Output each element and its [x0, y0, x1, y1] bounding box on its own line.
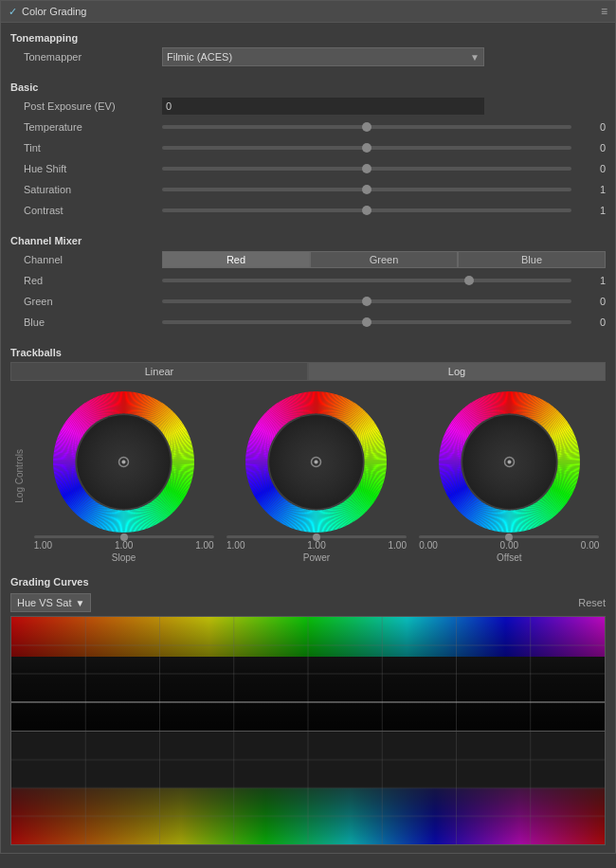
channel-blue-slider-track[interactable]: [162, 320, 571, 324]
channel-green-slider-thumb[interactable]: [362, 297, 371, 306]
trackballs-title: Trackballs: [10, 347, 606, 358]
hue-sat-dropdown-arrow-icon: ▼: [75, 598, 84, 608]
hue-shift-label: Hue Shift: [10, 163, 162, 174]
channel-red-slider-thumb[interactable]: [464, 276, 474, 285]
power-trackball-canvas[interactable]: [243, 389, 390, 535]
hue-shift-row: Hue Shift 0: [10, 159, 606, 178]
tint-slider-track[interactable]: [162, 146, 571, 150]
channel-blue-slider-thumb[interactable]: [362, 317, 371, 327]
channel-green-slider-container: 0: [162, 296, 606, 307]
panel-title: Color Grading: [22, 6, 86, 17]
hue-sat-label: Hue VS Sat: [17, 597, 71, 608]
curve-bottom-canvas[interactable]: [11, 732, 605, 844]
channel-tab-blue[interactable]: Blue: [458, 251, 606, 268]
channel-green-label: Green: [10, 296, 162, 307]
slope-value-b: 1.00: [195, 540, 213, 551]
contrast-slider-thumb[interactable]: [362, 206, 371, 215]
contrast-value: 1: [577, 205, 606, 216]
panel-check-icon[interactable]: ✓: [9, 6, 17, 18]
channel-green-row: Green 0: [10, 292, 606, 311]
channel-blue-slider-container: 0: [162, 316, 606, 328]
saturation-slider-thumb[interactable]: [362, 185, 371, 194]
channel-green-slider-track[interactable]: [162, 299, 571, 303]
channel-mixer-title: Channel Mixer: [10, 235, 606, 246]
hue-shift-slider-container: 0: [162, 163, 606, 174]
power-trackball: 1.00 1.00 1.00 Power: [226, 389, 407, 563]
tonemapper-label: Tonemapper: [10, 51, 162, 63]
power-values: 1.00 1.00 1.00: [226, 540, 407, 551]
channel-red-label: Red: [10, 275, 162, 286]
tonemapper-row: Tonemapper Filmic (ACES) ▼: [10, 47, 606, 66]
saturation-slider-track[interactable]: [162, 188, 571, 191]
slope-value-r: 1.00: [34, 540, 52, 551]
tonemapping-section: Tonemapping Tonemapper Filmic (ACES) ▼: [1, 23, 615, 72]
tint-slider-container: 0: [162, 142, 606, 154]
temperature-slider-track[interactable]: [162, 125, 571, 129]
tint-row: Tint 0: [10, 138, 606, 157]
channel-blue-label: Blue: [10, 316, 162, 328]
trackballs-tabs: Linear Log: [10, 362, 606, 381]
curve-area: [10, 616, 606, 845]
saturation-slider-container: 1: [162, 184, 606, 195]
hue-shift-slider-thumb[interactable]: [362, 164, 371, 173]
temperature-row: Temperature 0: [10, 118, 606, 136]
grading-curves-header: Grading Curves: [10, 576, 606, 588]
tonemapping-title: Tonemapping: [10, 32, 606, 44]
curve-top-canvas[interactable]: [11, 617, 605, 731]
panel-menu-icon[interactable]: ≡: [601, 5, 607, 18]
basic-section: Basic Post Exposure (EV) Temperature 0 T…: [1, 72, 615, 226]
channel-green-value: 0: [577, 296, 606, 307]
offset-slider-track[interactable]: [419, 535, 599, 538]
power-slider-thumb[interactable]: [313, 533, 320, 541]
hue-shift-value: 0: [577, 163, 606, 174]
channel-red-row: Red 1: [10, 271, 606, 290]
offset-slider-thumb[interactable]: [505, 533, 513, 541]
trackballs-container: Log Controls 1.00 1.00 1.00: [10, 389, 606, 563]
post-exposure-input: [162, 98, 606, 115]
curve-bottom: [11, 731, 605, 844]
power-value-r: 1.00: [226, 540, 245, 551]
curve-top: [11, 617, 605, 731]
panel-header-left: ✓ Color Grading: [9, 6, 86, 18]
trackball-tab-log[interactable]: Log: [308, 362, 606, 381]
slope-slider-track[interactable]: [34, 535, 214, 538]
contrast-row: Contrast 1: [10, 201, 606, 220]
offset-value-r: 0.00: [419, 540, 437, 551]
contrast-slider-track[interactable]: [162, 208, 571, 212]
reset-button[interactable]: Reset: [578, 597, 606, 608]
power-slider-track[interactable]: [226, 535, 407, 538]
post-exposure-label: Post Exposure (EV): [10, 100, 162, 112]
offset-trackball-canvas[interactable]: [436, 389, 583, 535]
tint-value: 0: [577, 142, 606, 154]
slope-slider-thumb[interactable]: [120, 533, 128, 541]
slope-values: 1.00 1.00 1.00: [34, 540, 214, 551]
slope-slider-row: [34, 535, 214, 538]
hue-shift-slider-track[interactable]: [162, 167, 571, 171]
power-slider-row: [226, 535, 407, 538]
tonemapper-dropdown[interactable]: Filmic (ACES) ▼: [162, 47, 484, 66]
power-label: Power: [303, 552, 330, 563]
temperature-slider-thumb[interactable]: [362, 122, 371, 132]
slope-value-g: 1.00: [115, 540, 133, 551]
trackballs-section: Trackballs Linear Log Log Controls: [1, 337, 615, 572]
tint-slider-thumb[interactable]: [362, 143, 371, 153]
post-exposure-field[interactable]: [162, 98, 484, 115]
panel-header: ✓ Color Grading ≡: [1, 1, 615, 23]
channel-tab-red[interactable]: Red: [162, 251, 310, 268]
channel-red-slider-track[interactable]: [162, 279, 571, 282]
log-controls-side-label-container: Log Controls: [10, 389, 27, 563]
saturation-row: Saturation 1: [10, 180, 606, 199]
trackball-tab-linear[interactable]: Linear: [10, 362, 308, 381]
color-grading-panel: ✓ Color Grading ≡ Tonemapping Tonemapper…: [0, 0, 616, 854]
channel-row: Channel Red Green Blue: [10, 250, 606, 269]
channel-blue-value: 0: [577, 316, 606, 328]
hue-sat-dropdown[interactable]: Hue VS Sat ▼: [10, 593, 91, 612]
dropdown-arrow-icon: ▼: [470, 52, 480, 63]
temperature-label: Temperature: [10, 121, 162, 133]
channel-red-value: 1: [577, 275, 606, 286]
tint-label: Tint: [10, 142, 162, 154]
channel-tab-green[interactable]: Green: [310, 251, 458, 268]
channel-label: Channel: [10, 254, 162, 265]
slope-trackball-canvas[interactable]: [50, 389, 197, 535]
grading-curves-section: Grading Curves Hue VS Sat ▼ Reset: [1, 572, 615, 853]
